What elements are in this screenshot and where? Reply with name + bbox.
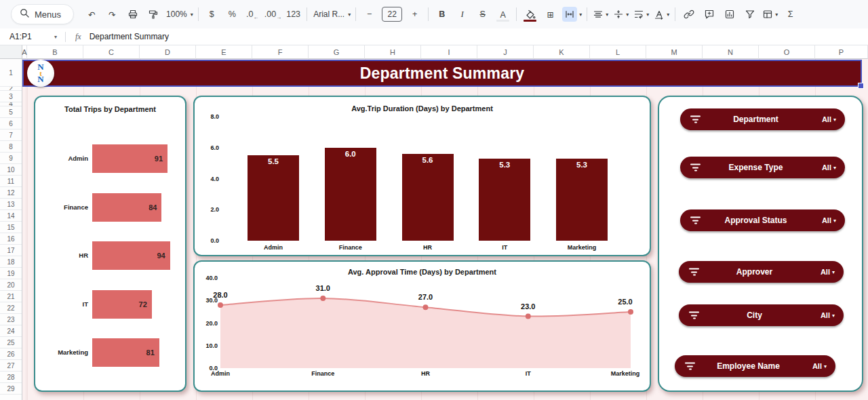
column-header-J[interactable]: J <box>477 45 534 59</box>
decrease-font-size-button[interactable]: − <box>359 5 379 23</box>
table-views-button[interactable]: ▾ <box>760 5 780 23</box>
text-color-button[interactable]: A <box>493 5 513 24</box>
column-header-M[interactable]: M <box>646 45 703 59</box>
column-header-O[interactable]: O <box>759 45 815 59</box>
column-header-D[interactable]: D <box>140 45 196 59</box>
filter-value-dropdown[interactable]: All▾ <box>821 304 835 326</box>
row-header-16[interactable]: 16 <box>0 233 22 245</box>
company-logo: N t N <box>27 60 54 87</box>
row-header-29[interactable]: 29 <box>0 383 22 395</box>
filter-value-dropdown[interactable]: All▾ <box>822 157 836 178</box>
functions-button[interactable]: Σ <box>781 5 800 23</box>
row-header-23[interactable]: 23 <box>0 314 22 325</box>
text-rotation-button[interactable]: ▾ <box>652 5 671 23</box>
italic-button[interactable]: I <box>452 5 472 23</box>
horizontal-align-button[interactable]: ▾ <box>591 5 610 23</box>
row-header-1[interactable]: 1 <box>0 59 22 87</box>
filter-department[interactable]: DepartmentAll▾ <box>680 108 845 130</box>
row-header-20[interactable]: 20 <box>0 279 22 291</box>
format-percent-button[interactable]: % <box>222 5 242 23</box>
row-header-9[interactable]: 9 <box>0 153 22 164</box>
column-header-P[interactable]: P <box>815 45 868 59</box>
row-header-19[interactable]: 19 <box>0 268 22 279</box>
row-header-18[interactable]: 18 <box>0 256 22 268</box>
insert-comment-button[interactable] <box>699 5 719 23</box>
filter-value-dropdown[interactable]: All▾ <box>822 108 836 130</box>
print-button[interactable] <box>123 5 142 23</box>
chevron-down-icon: ▾ <box>824 363 827 369</box>
row-header-21[interactable]: 21 <box>0 291 22 302</box>
merge-cells-button[interactable]: ▾ <box>561 5 583 23</box>
row-header-5[interactable]: 5 <box>0 106 22 118</box>
column-header-N[interactable]: N <box>703 45 759 59</box>
column-header-L[interactable]: L <box>590 45 646 59</box>
row-header-14[interactable]: 14 <box>0 210 22 222</box>
strikethrough-button[interactable]: S <box>473 5 492 23</box>
filter-value: All <box>822 115 831 123</box>
more-formats-button[interactable]: 123 <box>283 5 303 23</box>
select-all-corner[interactable] <box>0 45 22 59</box>
borders-button[interactable]: ⊞ <box>540 5 560 23</box>
row-header-28[interactable]: 28 <box>0 372 22 383</box>
row-header-6[interactable]: 6 <box>0 118 22 129</box>
row-header-11[interactable]: 11 <box>0 176 22 187</box>
text-wrap-button[interactable]: ▾ <box>631 5 651 23</box>
create-filter-button[interactable] <box>740 5 760 23</box>
font-size-input[interactable]: 22 <box>382 7 402 22</box>
filter-value-dropdown[interactable]: All▾ <box>812 355 827 377</box>
redo-button[interactable]: ↷ <box>102 5 122 23</box>
approval-chart-panel[interactable]: Avg. Approval Time (Days) by Department … <box>193 260 651 392</box>
column-header-K[interactable]: K <box>534 45 590 59</box>
row-header-25[interactable]: 25 <box>0 337 22 348</box>
filter-approval-status[interactable]: Approval StatusAll▾ <box>680 209 845 231</box>
column-header-A[interactable]: A <box>22 45 27 59</box>
trips-chart-panel[interactable]: Total Trips by Department Admin91Finance… <box>34 96 186 392</box>
row-header-22[interactable]: 22 <box>0 302 22 314</box>
row-header-3[interactable]: 3 <box>0 91 22 102</box>
row-header-27[interactable]: 27 <box>0 360 22 372</box>
increase-font-size-button[interactable]: + <box>405 5 425 23</box>
row-header-12[interactable]: 12 <box>0 187 22 199</box>
menus-button[interactable]: Menus <box>11 4 74 24</box>
row-header-8[interactable]: 8 <box>0 141 22 153</box>
column-header-I[interactable]: I <box>421 45 477 59</box>
duration-chart-panel[interactable]: Avg.Trip Duration (Days) by Department 8… <box>193 96 651 256</box>
decrease-decimals-button[interactable]: .0← <box>243 5 262 23</box>
insert-link-button[interactable] <box>679 5 698 23</box>
column-header-C[interactable]: C <box>83 45 140 59</box>
row-header-24[interactable]: 24 <box>0 325 22 337</box>
fill-color-button[interactable] <box>520 5 540 24</box>
row-header-17[interactable]: 17 <box>0 245 22 256</box>
column-header-E[interactable]: E <box>196 45 252 59</box>
column-header-G[interactable]: G <box>309 45 365 59</box>
vertical-align-button[interactable]: ▾ <box>611 5 631 23</box>
column-header-B[interactable]: B <box>27 45 83 59</box>
selection-fill-handle[interactable] <box>858 83 864 89</box>
title-banner-cell[interactable]: N t N Department Summary <box>22 60 862 87</box>
font-select[interactable]: Arial R...▾ <box>311 5 352 23</box>
column-header-H[interactable]: H <box>365 45 421 59</box>
filter-approver[interactable]: ApproverAll▾ <box>679 261 844 283</box>
filter-expense-type[interactable]: Expense TypeAll▾ <box>680 157 845 178</box>
filter-value-dropdown[interactable]: All▾ <box>821 261 835 283</box>
name-box[interactable]: A1:P1 ▾ <box>0 32 61 41</box>
row-header-13[interactable]: 13 <box>0 199 22 210</box>
row-header-26[interactable]: 26 <box>0 348 22 360</box>
column-header-F[interactable]: F <box>252 45 309 59</box>
row-header-7[interactable]: 7 <box>0 129 22 141</box>
row-header-10[interactable]: 10 <box>0 164 22 176</box>
zoom-select[interactable]: 100%▾ <box>163 5 195 23</box>
filter-city[interactable]: CityAll▾ <box>679 304 844 326</box>
undo-button[interactable]: ↶ <box>82 5 102 23</box>
row-header-15[interactable]: 15 <box>0 222 22 233</box>
filter-value-dropdown[interactable]: All▾ <box>822 209 836 231</box>
increase-decimals-button[interactable]: .00→ <box>263 5 283 23</box>
filter-employee-name[interactable]: Employee NameAll▾ <box>675 355 835 377</box>
bold-button[interactable]: B <box>432 5 452 23</box>
sheet-canvas[interactable]: N t N Department Summary Total Trips by … <box>22 59 868 400</box>
insert-chart-button[interactable] <box>719 5 739 23</box>
paint-format-button[interactable] <box>143 5 163 23</box>
y-axis-tick: 4.0 <box>199 176 219 182</box>
formula-input[interactable]: Department Summary <box>90 32 169 41</box>
format-currency-button[interactable]: $ <box>202 5 222 23</box>
